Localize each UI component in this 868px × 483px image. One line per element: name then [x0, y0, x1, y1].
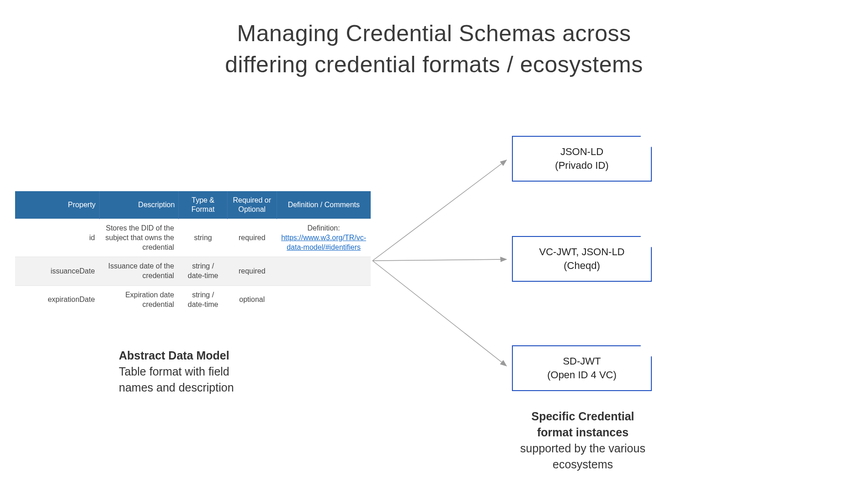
format-caption-line4: ecosystems [553, 458, 613, 471]
cell-definition [277, 257, 371, 286]
cell-required: optional [227, 285, 277, 314]
cell-description: Stores the DID of the subject that owns … [100, 219, 179, 257]
format-caption: Specific Credential format instances sup… [501, 408, 665, 472]
cell-type: string / date-time [179, 257, 228, 286]
slide-title: Managing Credential Schemas across diffe… [0, 18, 868, 80]
table-caption-line3: names and description [119, 381, 234, 394]
cell-description: Issuance date of the credential [100, 257, 179, 286]
cell-definition: Definition: https://www.w3.org/TR/vc-dat… [277, 219, 371, 257]
title-line-2: differing credential formats / ecosystem… [225, 52, 643, 77]
table-header-row: Property Description Type & Format Requi… [15, 191, 371, 219]
format-caption-bold2: format instances [537, 426, 628, 439]
header-definition: Definition / Comments [277, 191, 371, 219]
format-box-sd-jwt: SD-JWT (Open ID 4 VC) [512, 345, 652, 391]
header-required: Required or Optional [227, 191, 277, 219]
format-box-vc-jwt: VC-JWT, JSON-LD (Cheqd) [512, 236, 652, 282]
cell-property: issuanceDate [15, 257, 100, 286]
header-type: Type & Format [179, 191, 228, 219]
arrow-to-sd-jwt [373, 261, 506, 366]
format-box-line2: (Privado ID) [555, 160, 608, 171]
title-line-1: Managing Credential Schemas across [237, 21, 631, 46]
format-box-line2: (Cheqd) [564, 260, 600, 271]
cell-required: required [227, 257, 277, 286]
cell-property: id [15, 219, 100, 257]
schema-table: Property Description Type & Format Requi… [15, 191, 371, 314]
format-box-line1: VC-JWT, JSON-LD [539, 246, 625, 258]
format-box-json-ld: JSON-LD (Privado ID) [512, 136, 652, 182]
header-property: Property [15, 191, 100, 219]
abstract-data-model-table: Property Description Type & Format Requi… [15, 191, 371, 314]
cell-description: Expiration date credential [100, 285, 179, 314]
table-row: expirationDate Expiration date credentia… [15, 285, 371, 314]
header-description: Description [100, 191, 179, 219]
format-box-line1: JSON-LD [560, 146, 603, 157]
format-caption-bold1: Specific Credential [531, 410, 634, 423]
arrow-to-vc-jwt [373, 259, 506, 261]
table-row: issuanceDate Issuance date of the creden… [15, 257, 371, 286]
cell-property: expirationDate [15, 285, 100, 314]
table-caption: Abstract Data Model Table format with fi… [119, 348, 302, 396]
definition-link[interactable]: https://www.w3.org/TR/vc-data-model/#ide… [281, 234, 366, 251]
format-box-line1: SD-JWT [563, 355, 601, 367]
cell-type: string [179, 219, 228, 257]
arrow-to-json-ld [373, 160, 506, 261]
table-caption-line2: Table format with field [119, 365, 229, 378]
format-caption-line3: supported by the various [520, 442, 645, 455]
definition-prefix: Definition: [308, 224, 340, 232]
cell-type: string / date-time [179, 285, 228, 314]
table-caption-bold: Abstract Data Model [119, 349, 229, 362]
cell-required: required [227, 219, 277, 257]
cell-definition [277, 285, 371, 314]
format-box-line2: (Open ID 4 VC) [547, 369, 617, 381]
table-row: id Stores the DID of the subject that ow… [15, 219, 371, 257]
